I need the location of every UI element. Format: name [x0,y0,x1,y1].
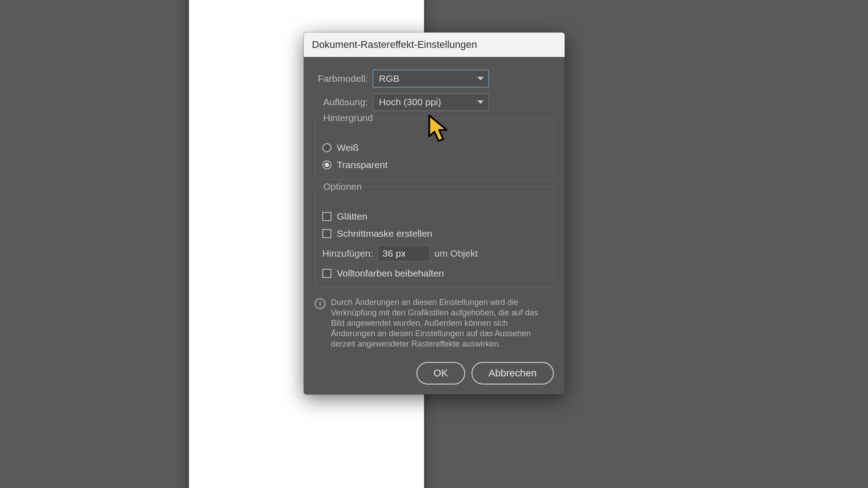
add-around-input[interactable] [377,245,430,262]
resolution-select[interactable]: Hoch (300 ppi) [373,93,489,111]
color-model-select[interactable]: RGB [373,70,489,88]
checkbox-antialias[interactable] [322,212,331,221]
options-group-title: Optionen [321,181,364,192]
chevron-down-icon [477,77,484,80]
cancel-button[interactable]: Abbrechen [472,362,554,385]
info-icon: i [315,298,326,309]
resolution-label: Auflösung: [315,97,368,108]
dialog-body: Farbmodell: RGB Auflösung: Hoch (300 ppi… [304,57,565,394]
info-note: i Durch Änderungen an diesen Einstellung… [315,297,554,349]
dialog-title: Dokument-Rastereffekt-Einstellungen [304,33,565,57]
radio-white-label: Weiß [337,142,359,153]
radio-transparent[interactable] [322,160,331,169]
raster-effect-settings-dialog: Dokument-Rastereffekt-Einstellungen Farb… [304,33,565,394]
ok-button[interactable]: OK [416,362,465,385]
add-around-label: Hinzufügen: [322,248,373,259]
radio-transparent-label: Transparent [337,160,387,170]
checkbox-spotcolors[interactable] [322,269,331,278]
radio-white[interactable] [322,143,331,152]
resolution-value: Hoch (300 ppi) [379,97,441,108]
background-group-title: Hintergrund [321,113,376,123]
info-text: Durch Änderungen an diesen Einstellungen… [331,297,554,349]
add-around-suffix: um Objekt [434,248,478,259]
checkbox-clipmask[interactable] [322,229,331,238]
checkbox-clipmask-label: Schnittmaske erstellen [337,228,432,239]
checkbox-antialias-label: Glätten [337,211,368,222]
chevron-down-icon [477,100,484,104]
color-model-value: RGB [379,73,400,84]
options-group: Optionen Glätten Schnittmaske erstellen … [315,187,554,287]
background-group: Hintergrund Weiß Transparent [315,118,554,180]
color-model-label: Farbmodell: [315,73,368,84]
checkbox-spotcolors-label: Volltonfarben beibehalten [337,268,444,279]
